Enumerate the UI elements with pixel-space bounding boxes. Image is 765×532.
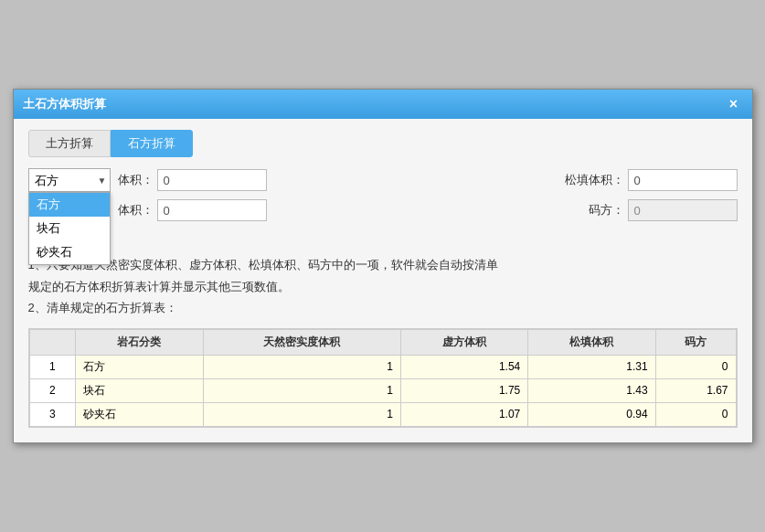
table-row: 3 砂夹石 1 1.07 0.94 0 — [29, 402, 736, 426]
title-bar: 土石方体积折算 × — [14, 90, 752, 119]
loose-label: 松填体积： — [565, 172, 624, 188]
virtual-label: 体积： — [118, 202, 154, 218]
loose-input[interactable] — [628, 169, 738, 191]
cell-name-1: 石方 — [76, 355, 203, 378]
loose-field-group: 松填体积： — [565, 169, 738, 191]
cell-idx-2: 2 — [29, 378, 76, 402]
cell-idx-3: 3 — [29, 402, 76, 426]
density-input[interactable] — [157, 169, 267, 191]
cell-loose-2: 1.43 — [528, 378, 655, 402]
dropdown-item-shajiaishi[interactable]: 砂夹石 — [29, 240, 110, 264]
col-header-virtual: 虚方体积 — [401, 329, 528, 355]
cell-name-2: 块石 — [76, 378, 203, 402]
instruction-line-2: 2、清单规定的石方折算表： — [28, 297, 738, 318]
table-row: 2 块石 1 1.75 1.43 1.67 — [29, 378, 736, 402]
density-field-group: 体积： — [118, 169, 267, 191]
col-header-density: 天然密实度体积 — [203, 329, 400, 355]
dropdown-item-kuaishi[interactable]: 块石 — [29, 217, 110, 240]
col-header-loose: 松填体积 — [528, 329, 655, 355]
virtual-field-group: 体积： — [118, 199, 267, 221]
cell-virtual-3: 1.07 — [401, 402, 528, 426]
density-label: 体积： — [118, 172, 154, 188]
cell-density-1: 1 — [203, 355, 400, 378]
cell-code-1: 0 — [655, 355, 736, 378]
cell-density-3: 1 — [203, 402, 400, 426]
code-field-group: 码方： — [589, 199, 738, 221]
col-header-name: 岩石分类 — [76, 329, 203, 355]
cell-loose-1: 1.31 — [528, 355, 655, 378]
section-title: 操作说明 — [28, 230, 738, 247]
instruction-line-1b: 规定的石方体积折算表计算并显示其他三项数值。 — [28, 276, 738, 297]
col-header-code: 码方 — [655, 329, 736, 355]
code-input[interactable] — [628, 199, 738, 221]
rock-type-select[interactable]: 石方 块石 砂夹石 — [28, 168, 111, 192]
rock-table: 岩石分类 天然密实度体积 虚方体积 松填体积 码方 1 石方 1 1.54 1.… — [29, 329, 737, 427]
dropdown-wrap[interactable]: 石方 块石 砂夹石 ▼ 石方 块石 砂夹石 — [28, 168, 111, 192]
tab-earth[interactable]: 土方折算 — [28, 130, 111, 157]
close-button[interactable]: × — [725, 95, 743, 113]
instruction-line-1: 1、只要知道天然密实度体积、虚方体积、松填体积、码方中的一项，软件就会自动按清单 — [28, 254, 738, 275]
cell-virtual-1: 1.54 — [401, 355, 528, 378]
cell-idx-1: 1 — [29, 355, 76, 378]
cell-code-3: 0 — [655, 402, 736, 426]
dropdown-item-shifang[interactable]: 石方 — [29, 193, 110, 217]
table-row: 1 石方 1 1.54 1.31 0 — [29, 355, 736, 378]
cell-density-2: 1 — [203, 378, 400, 402]
cell-code-2: 1.67 — [655, 378, 736, 402]
dialog-title: 土石方体积折算 — [23, 96, 106, 112]
col-header-idx — [29, 329, 76, 355]
instructions: 1、只要知道天然密实度体积、虚方体积、松填体积、码方中的一项，软件就会自动按清单… — [28, 254, 738, 318]
dialog-body: 土方折算 石方折算 石方 块石 砂夹石 ▼ 石方 块石 砂夹石 体积： — [14, 119, 752, 442]
dropdown-list: 石方 块石 砂夹石 — [28, 192, 111, 265]
code-label: 码方： — [589, 202, 624, 218]
form-row-1: 石方 块石 砂夹石 ▼ 石方 块石 砂夹石 体积： 松填体积： — [28, 168, 738, 192]
dialog: 土石方体积折算 × 土方折算 石方折算 石方 块石 砂夹石 ▼ 石方 块石 砂夹… — [13, 89, 753, 442]
form-row-2: 体积： 码方： — [28, 199, 738, 221]
rock-table-wrap: 岩石分类 天然密实度体积 虚方体积 松填体积 码方 1 石方 1 1.54 1.… — [28, 328, 738, 428]
tab-bar: 土方折算 石方折算 — [28, 130, 738, 157]
cell-loose-3: 0.94 — [528, 402, 655, 426]
tab-rock[interactable]: 石方折算 — [111, 130, 193, 157]
cell-virtual-2: 1.75 — [401, 378, 528, 402]
virtual-input[interactable] — [157, 199, 267, 221]
table-header-row: 岩石分类 天然密实度体积 虚方体积 松填体积 码方 — [29, 329, 736, 355]
cell-name-3: 砂夹石 — [76, 402, 203, 426]
